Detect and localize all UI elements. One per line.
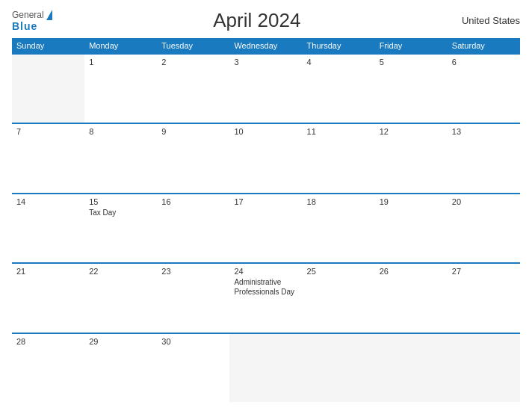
header-day-wednesday: Wednesday <box>229 38 302 53</box>
calendar-header: SundayMondayTuesdayWednesdayThursdayFrid… <box>12 38 520 53</box>
cal-cell: 5 <box>375 55 448 123</box>
cal-cell: 25 <box>303 264 375 332</box>
day-number: 26 <box>380 267 443 276</box>
cal-cell: 4 <box>303 55 375 123</box>
cal-cell: 29 <box>84 334 157 402</box>
cal-cell: 24Administrative Professionals Day <box>229 264 302 332</box>
day-number: 21 <box>16 267 80 276</box>
cal-cell: 14 <box>12 194 84 262</box>
cal-cell: 8 <box>84 124 157 192</box>
cal-cell <box>448 334 520 402</box>
cal-cell: 12 <box>375 124 448 192</box>
cal-cell <box>375 334 448 402</box>
day-number: 15 <box>89 197 152 206</box>
country-label: United States <box>462 15 520 26</box>
month-title: April 2024 <box>213 9 300 32</box>
day-number: 14 <box>16 197 80 206</box>
logo-triangle-icon <box>46 10 52 20</box>
calendar: SundayMondayTuesdayWednesdayThursdayFrid… <box>12 38 520 402</box>
cal-cell: 17 <box>229 194 302 262</box>
day-number: 22 <box>89 267 152 276</box>
calendar-body: 123456789101112131415Tax Day161718192021… <box>12 53 520 402</box>
cal-cell: 11 <box>303 124 375 192</box>
cal-cell: 13 <box>448 124 520 192</box>
day-number: 3 <box>234 58 297 67</box>
day-number: 25 <box>307 267 371 276</box>
day-number: 5 <box>380 58 443 67</box>
week-row-3: 21222324Administrative Professionals Day… <box>12 262 520 332</box>
day-number: 24 <box>234 267 297 276</box>
calendar-event: Tax Day <box>89 208 116 217</box>
cal-cell: 21 <box>12 264 84 332</box>
logo-general-text: General <box>12 10 44 20</box>
cal-cell: 7 <box>12 124 84 192</box>
cal-cell: 27 <box>448 264 520 332</box>
day-number: 1 <box>89 58 152 67</box>
cal-cell: 9 <box>157 124 229 192</box>
header-day-friday: Friday <box>375 38 448 53</box>
week-row-2: 1415Tax Day1617181920 <box>12 193 520 262</box>
page: General Blue April 2024 United States Su… <box>0 0 532 411</box>
day-number: 7 <box>16 127 80 136</box>
cal-cell: 22 <box>84 264 157 332</box>
header-day-monday: Monday <box>84 38 157 53</box>
cal-cell: 18 <box>303 194 375 262</box>
day-number: 17 <box>234 197 297 206</box>
cal-cell: 19 <box>375 194 448 262</box>
day-number: 20 <box>452 197 516 206</box>
logo: General Blue <box>12 10 52 32</box>
cal-cell <box>12 55 84 123</box>
week-row-0: 123456 <box>12 53 520 123</box>
cal-cell: 10 <box>229 124 302 192</box>
day-number: 11 <box>307 127 371 136</box>
day-number: 30 <box>161 337 225 346</box>
day-number: 4 <box>307 58 371 67</box>
header-day-tuesday: Tuesday <box>157 38 229 53</box>
header-day-thursday: Thursday <box>303 38 375 53</box>
header: General Blue April 2024 United States <box>12 9 520 32</box>
header-day-sunday: Sunday <box>12 38 84 53</box>
week-row-1: 78910111213 <box>12 123 520 192</box>
cal-cell <box>229 334 302 402</box>
cal-cell: 30 <box>157 334 229 402</box>
cal-cell: 1 <box>84 55 157 123</box>
cal-cell <box>303 334 375 402</box>
cal-cell: 6 <box>448 55 520 123</box>
day-number: 12 <box>380 127 443 136</box>
day-number: 2 <box>161 58 225 67</box>
day-number: 29 <box>89 337 152 346</box>
cal-cell: 3 <box>229 55 302 123</box>
day-number: 18 <box>307 197 371 206</box>
header-day-saturday: Saturday <box>448 38 520 53</box>
cal-cell: 16 <box>157 194 229 262</box>
day-number: 10 <box>234 127 297 136</box>
day-number: 16 <box>161 197 225 206</box>
cal-cell: 26 <box>375 264 448 332</box>
day-number: 9 <box>161 127 225 136</box>
day-number: 8 <box>89 127 152 136</box>
logo-blue-text: Blue <box>12 20 37 32</box>
day-number: 13 <box>452 127 516 136</box>
cal-cell: 2 <box>157 55 229 123</box>
day-number: 28 <box>16 337 80 346</box>
day-number: 6 <box>452 58 516 67</box>
calendar-event: Administrative Professionals Day <box>234 278 294 296</box>
day-number: 19 <box>380 197 443 206</box>
cal-cell: 20 <box>448 194 520 262</box>
day-number: 27 <box>452 267 516 276</box>
cal-cell: 28 <box>12 334 84 402</box>
cal-cell: 15Tax Day <box>84 194 157 262</box>
day-number: 23 <box>161 267 225 276</box>
week-row-4: 282930 <box>12 333 520 402</box>
cal-cell: 23 <box>157 264 229 332</box>
